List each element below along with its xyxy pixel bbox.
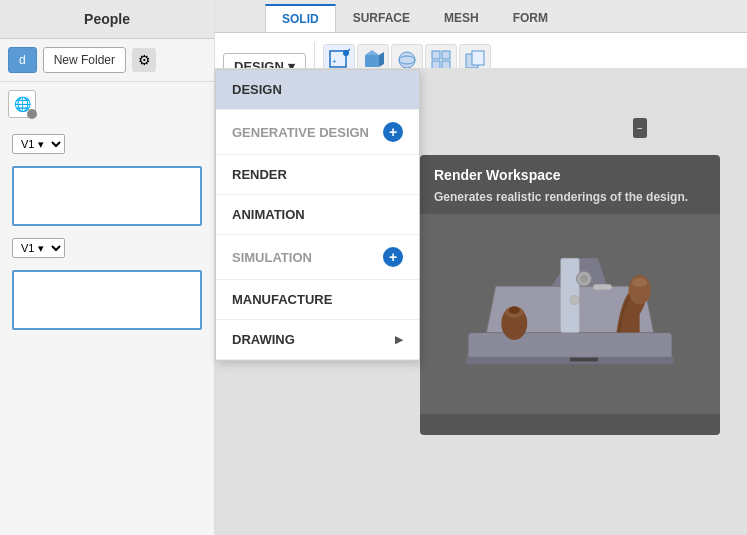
sidebar: People d New Folder ⚙ 🌐 V1 ▾ V1 ▾ (0, 0, 215, 535)
tooltip-text-area: Render Workspace Generates realistic ren… (420, 155, 720, 214)
version-row-1: V1 ▾ (0, 126, 214, 162)
gear-icon[interactable]: ⚙ (132, 48, 156, 72)
drawing-arrow-icon: ▶ (395, 334, 403, 345)
svg-point-7 (399, 52, 415, 68)
menu-item-animation[interactable]: ANIMATION (216, 195, 419, 235)
svg-rect-25 (570, 357, 598, 361)
globe-badge (27, 109, 37, 119)
globe-container: 🌐 (0, 82, 214, 126)
version-select-2[interactable]: V1 ▾ (12, 238, 65, 258)
workspace-dropdown: DESIGN GENERATIVE DESIGN + RENDER ANIMAT… (215, 69, 420, 361)
tooltip-image (420, 214, 720, 414)
sidebar-toolbar: d New Folder ⚙ (0, 39, 214, 82)
tab-bar: SOLID SURFACE MESH FORM (215, 0, 747, 33)
sidebar-title: People (84, 11, 130, 27)
new-folder-button[interactable]: New Folder (43, 47, 126, 73)
version-select-1[interactable]: V1 ▾ (12, 134, 65, 154)
active-button[interactable]: d (8, 47, 37, 73)
tooltip-panel: Render Workspace Generates realistic ren… (420, 155, 720, 435)
svg-rect-9 (432, 51, 440, 59)
tab-solid[interactable]: SOLID (265, 4, 336, 32)
plane-tool-svg (440, 224, 700, 404)
tab-surface[interactable]: SURFACE (336, 4, 427, 32)
svg-rect-10 (442, 51, 450, 59)
text-box-2 (12, 270, 202, 330)
svg-point-2 (343, 50, 349, 56)
generative-plus-badge: + (383, 122, 403, 142)
globe-button[interactable]: 🌐 (8, 90, 36, 118)
menu-item-design[interactable]: DESIGN (216, 70, 419, 110)
svg-rect-15 (468, 332, 672, 360)
version-row-2: V1 ▾ (0, 230, 214, 266)
svg-marker-6 (379, 52, 384, 67)
menu-item-generative-design[interactable]: GENERATIVE DESIGN + (216, 110, 419, 155)
svg-rect-4 (365, 55, 379, 67)
text-box-1 (12, 166, 202, 226)
minus-icon: − (637, 123, 643, 134)
svg-marker-5 (365, 50, 379, 55)
svg-text:+: + (332, 57, 337, 66)
menu-item-simulation[interactable]: SIMULATION + (216, 235, 419, 280)
tooltip-description: Generates realistic renderings of the de… (434, 189, 706, 206)
svg-point-27 (632, 278, 647, 287)
menu-item-render[interactable]: RENDER (216, 155, 419, 195)
sidebar-title-bar: People (0, 0, 214, 39)
svg-rect-14 (472, 51, 484, 65)
svg-rect-17 (561, 258, 580, 332)
menu-item-manufacture[interactable]: MANUFACTURE (216, 280, 419, 320)
tab-form[interactable]: FORM (496, 4, 565, 32)
svg-point-22 (580, 275, 587, 282)
mini-scroll-control[interactable]: − (633, 118, 647, 138)
svg-point-24 (570, 295, 579, 304)
svg-point-20 (509, 306, 520, 313)
tab-mesh[interactable]: MESH (427, 4, 496, 32)
svg-rect-23 (593, 284, 612, 290)
menu-item-drawing[interactable]: DRAWING ▶ (216, 320, 419, 360)
simulation-plus-badge: + (383, 247, 403, 267)
tooltip-title: Render Workspace (434, 167, 706, 183)
